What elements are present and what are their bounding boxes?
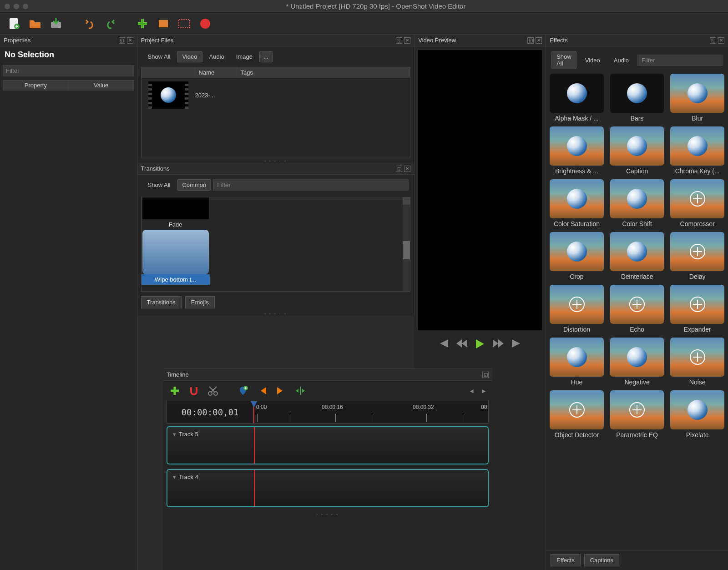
- dock-icon[interactable]: ◱: [396, 37, 402, 44]
- effect-item[interactable]: Distortion: [550, 285, 604, 333]
- redo-icon[interactable]: [102, 16, 117, 31]
- dock-icon[interactable]: ◱: [527, 37, 534, 44]
- close-panel-icon[interactable]: ✕: [404, 37, 410, 44]
- effect-label: Negative: [610, 377, 664, 386]
- tab-effects-btn[interactable]: Effects: [551, 554, 581, 566]
- effect-thumbnail: [550, 338, 604, 377]
- playhead[interactable]: [253, 401, 254, 423]
- effect-item[interactable]: Delay: [670, 232, 724, 280]
- effect-item[interactable]: Parametric EQ: [610, 390, 664, 439]
- effect-item[interactable]: Expander: [670, 285, 724, 333]
- timeline-track[interactable]: ▾Track 5: [167, 426, 489, 464]
- add-track-icon[interactable]: [168, 384, 181, 397]
- effects-filter-input[interactable]: [637, 55, 723, 66]
- fx-tab-all[interactable]: Show All: [551, 51, 576, 69]
- tab-more[interactable]: ...: [259, 51, 273, 62]
- effect-thumbnail: [550, 74, 604, 113]
- timeline-ruler[interactable]: 00:00:00,01 0:00 00:00:16 00:00:32 00: [167, 401, 489, 424]
- play-icon[interactable]: [475, 338, 485, 349]
- timeline-track[interactable]: ▾Track 4: [167, 469, 489, 507]
- properties-filter-input[interactable]: [3, 65, 134, 76]
- panel-resize-handle[interactable]: • • • • •: [137, 311, 415, 316]
- tab-captions-btn[interactable]: Captions: [584, 554, 619, 566]
- import-files-icon[interactable]: [135, 16, 150, 31]
- snap-icon[interactable]: [187, 384, 200, 397]
- effect-item[interactable]: Color Shift: [610, 179, 664, 227]
- value-col: Value: [69, 81, 134, 90]
- effect-item[interactable]: Echo: [610, 285, 664, 333]
- effect-item[interactable]: Crop: [550, 232, 604, 280]
- chevron-right-icon[interactable]: ►: [481, 388, 487, 394]
- chevron-left-icon[interactable]: ◄: [469, 388, 475, 394]
- fx-tab-video[interactable]: Video: [580, 55, 605, 66]
- effect-thumbnail: [670, 74, 724, 113]
- effect-item[interactable]: Bars: [610, 74, 664, 122]
- prev-marker-icon[interactable]: [256, 384, 268, 397]
- transition-item-fade[interactable]: Fade: [142, 197, 210, 230]
- properties-table-header: Property Value: [3, 80, 134, 91]
- next-marker-icon[interactable]: [275, 384, 288, 397]
- zoom-window[interactable]: [23, 4, 28, 9]
- file-row[interactable]: 2023-...: [142, 78, 410, 112]
- effect-item[interactable]: Brightness & ...: [550, 126, 604, 175]
- effect-item[interactable]: Negative: [610, 338, 664, 386]
- effects-grid: Alpha Mask / ...BarsBlurBrightness & ...…: [546, 74, 728, 550]
- dock-icon[interactable]: ◱: [710, 37, 716, 44]
- effect-item[interactable]: Caption: [610, 126, 664, 175]
- close-panel-icon[interactable]: ✕: [127, 37, 133, 44]
- transition-item-wipe[interactable]: Wipe bottom t...: [142, 230, 210, 285]
- effect-item[interactable]: Blur: [670, 74, 724, 122]
- effect-item[interactable]: Deinterlace: [610, 232, 664, 280]
- transitions-filter-input[interactable]: [213, 179, 409, 191]
- open-project-icon[interactable]: [28, 16, 42, 31]
- dock-icon[interactable]: ◱: [482, 372, 489, 378]
- jump-start-icon[interactable]: [437, 338, 449, 349]
- trans-tab-common[interactable]: Common: [177, 179, 211, 191]
- tab-image[interactable]: Image: [231, 51, 258, 62]
- effect-item[interactable]: Hue: [550, 338, 604, 386]
- trans-tab-all[interactable]: Show All: [143, 179, 176, 191]
- minimize-window[interactable]: [14, 4, 19, 9]
- dock-icon[interactable]: ◱: [119, 37, 125, 44]
- effect-item[interactable]: Pixelate: [670, 390, 724, 439]
- ruler-mark: 00:00:16: [322, 404, 343, 410]
- close-panel-icon[interactable]: ✕: [718, 37, 724, 44]
- choose-profile-icon[interactable]: [156, 16, 171, 31]
- new-project-icon[interactable]: [7, 16, 21, 31]
- effect-item[interactable]: Compressor: [670, 179, 724, 227]
- effect-item[interactable]: Alpha Mask / ...: [550, 74, 604, 122]
- tab-emojis[interactable]: Emojis: [185, 296, 215, 308]
- effect-item[interactable]: Chroma Key (...: [670, 126, 724, 175]
- effect-item[interactable]: Noise: [670, 338, 724, 386]
- preview-viewport[interactable]: [418, 50, 542, 330]
- jump-end-icon[interactable]: [511, 338, 523, 349]
- tab-show-all[interactable]: Show All: [143, 51, 176, 62]
- effect-thumbnail: [670, 179, 724, 218]
- add-marker-icon[interactable]: [237, 384, 249, 397]
- panel-resize-handle[interactable]: • • • • •: [137, 158, 415, 163]
- fast-forward-icon[interactable]: [492, 338, 505, 349]
- export-video-icon[interactable]: [198, 16, 212, 31]
- panel-resize-handle[interactable]: • • • • •: [163, 512, 492, 516]
- close-window[interactable]: [5, 4, 10, 9]
- undo-icon[interactable]: [81, 16, 96, 31]
- save-project-icon[interactable]: [49, 16, 63, 31]
- fullscreen-icon[interactable]: [177, 16, 192, 31]
- razor-icon[interactable]: [207, 384, 219, 397]
- project-files-table: Name Tags 2023-...: [141, 67, 411, 158]
- close-panel-icon[interactable]: ✕: [404, 166, 410, 172]
- collapse-track-icon[interactable]: ▾: [173, 431, 176, 438]
- fx-tab-audio[interactable]: Audio: [609, 55, 634, 66]
- effect-item[interactable]: Color Saturation: [550, 179, 604, 227]
- collapse-track-icon[interactable]: ▾: [173, 474, 176, 480]
- scrollbar[interactable]: [403, 197, 410, 291]
- rewind-icon[interactable]: [455, 338, 468, 349]
- tab-audio[interactable]: Audio: [204, 51, 229, 62]
- tab-video[interactable]: Video: [177, 51, 202, 62]
- no-selection-label: No Selection: [0, 46, 137, 63]
- effect-item[interactable]: Object Detector: [550, 390, 604, 439]
- tab-transitions[interactable]: Transitions: [141, 296, 182, 308]
- dock-icon[interactable]: ◱: [396, 166, 402, 172]
- center-playhead-icon[interactable]: [294, 384, 307, 397]
- close-panel-icon[interactable]: ✕: [536, 37, 542, 44]
